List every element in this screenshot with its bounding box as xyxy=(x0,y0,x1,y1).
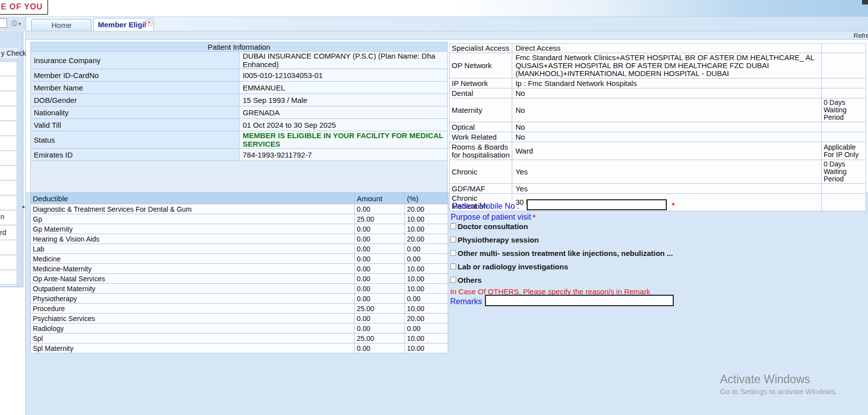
deductible-percent: 10.00 xyxy=(405,224,448,234)
deductible-percent: 10.00 xyxy=(405,284,448,294)
logo-text: E OF YOU xyxy=(1,2,43,11)
deductible-amount: 0.00 xyxy=(355,294,405,304)
deductible-name: Lab xyxy=(31,244,355,254)
table-row: Maternity No 0 Days Waiting Period xyxy=(450,98,866,122)
tab-member-eligibility-label: Member Eligibilit xyxy=(98,20,146,29)
benefit-label: Chronic xyxy=(450,160,512,184)
patient-row-label: Member Name xyxy=(31,82,239,94)
deductible-table: Deductible Amount (%) Diagnostic & Treat… xyxy=(30,192,448,353)
benefit-value: Yes xyxy=(512,160,821,184)
patient-row-label: Status xyxy=(31,131,239,149)
benefit-value: No xyxy=(512,132,821,142)
deductible-percent: 0.00 xyxy=(405,254,448,264)
benefit-value: No xyxy=(512,88,821,98)
deductible-percent: 20.00 xyxy=(405,314,448,324)
table-row: Op Ante-Natal Services 0.00 10.00 xyxy=(31,274,448,284)
purpose-required-marker: * xyxy=(533,213,536,221)
refresh-button[interactable]: Refresh xyxy=(854,32,868,39)
table-row: Chronic Yes 0 Days Waiting Period xyxy=(450,160,866,184)
checkbox-others[interactable] xyxy=(450,277,456,283)
tab-home-label: Home xyxy=(51,21,71,29)
checkbox-doctor-consultation[interactable] xyxy=(450,223,456,229)
benefit-note xyxy=(821,184,866,194)
deductible-percent: 0.00 xyxy=(405,244,448,254)
benefit-label: Specialist Access xyxy=(450,44,512,53)
benefit-note: 0 Days Waiting Period xyxy=(821,160,866,184)
patient-row-value: I005-010-121034053-01 xyxy=(239,69,448,82)
checkbox-physiotherapy-session-label: Physiotherapy session xyxy=(458,236,539,244)
top-banner xyxy=(0,0,868,16)
deductible-name: Radiology xyxy=(31,324,355,333)
deductible-percent: 20.00 xyxy=(405,234,448,244)
sidebar-search-input[interactable] xyxy=(0,18,7,28)
benefit-note: 0 Days Waiting Period xyxy=(821,98,866,122)
table-row: Outpatient Maternity 0.00 10.00 xyxy=(31,284,448,294)
patient-mobile-input[interactable] xyxy=(527,199,667,210)
deductible-name: Spl Maternity xyxy=(31,343,355,353)
table-row: Work Related No xyxy=(450,132,866,142)
window-close-icon[interactable] xyxy=(862,0,868,4)
patient-row-label: Member ID-CardNo xyxy=(31,69,239,82)
deductible-amount: 25.00 xyxy=(355,333,405,343)
patient-row-value: EMMANUEL xyxy=(239,82,448,94)
deductible-name: Outpatient Maternity xyxy=(31,284,355,294)
benefit-label: Work Related xyxy=(450,132,512,142)
table-row: Optical No xyxy=(450,122,866,132)
benefit-note xyxy=(821,122,866,132)
sidebar-item-list[interactable] xyxy=(0,62,16,286)
table-row: OP Network Fmc Standard Network Clinics+… xyxy=(450,53,866,79)
benefit-value: No xyxy=(512,122,821,132)
table-row: Lab 0.00 0.00 xyxy=(31,244,448,254)
deductible-percent: 10.00 xyxy=(405,214,448,224)
tab-close-icon[interactable]: × xyxy=(146,19,153,26)
table-row: Medicine 0.00 0.00 xyxy=(31,254,448,264)
table-row: Procedure 25.00 10.00 xyxy=(31,304,448,314)
tab-member-eligibility[interactable]: Member Eligibilit × xyxy=(93,18,154,31)
checkbox-physiotherapy-session[interactable] xyxy=(450,237,456,243)
settings-menu-button[interactable]: ⚙ ▾ xyxy=(10,17,24,30)
table-row: Hearing & Vision Aids 0.00 20.00 xyxy=(31,234,448,244)
checkbox-other-multi-session[interactable] xyxy=(450,250,456,256)
table-row: Psychiatric Services 0.00 20.00 xyxy=(31,314,448,324)
checkbox-lab-or-radiology[interactable] xyxy=(450,263,456,269)
deductible-name: Gp xyxy=(31,214,355,224)
deductible-name: Diagnostic & Treatment Services For Dent… xyxy=(31,204,355,214)
deductible-header-percent: (%) xyxy=(405,193,448,204)
patient-row-value: 15 Sep 1993 / Male xyxy=(239,94,448,106)
benefit-label: GDF/MAF xyxy=(450,184,512,194)
medical-staff-photo xyxy=(539,0,669,16)
member-eligibility-screen: E OF YOU ⚙ ▾ Home Member Eligibilit × Re… xyxy=(0,0,868,415)
sidebar-item-partial-2[interactable]: rd xyxy=(0,229,6,237)
deductible-amount: 25.00 xyxy=(355,214,405,224)
benefit-label: Rooms & Boards for hospitalisation xyxy=(450,142,512,160)
table-row: GDF/MAF Yes xyxy=(450,184,866,194)
table-row: Spl Maternity 0.00 10.00 xyxy=(31,343,448,353)
table-row: Insurance Company DUBAI INSURANCE COMPAN… xyxy=(31,52,448,69)
patient-row-value: DUBAI INSURANCE COMPANY (P.S.C) (Plan Na… xyxy=(239,52,448,69)
benefit-note: Applicable For IP Only xyxy=(821,142,866,160)
table-row: Radiology 0.00 0.00 xyxy=(31,324,448,333)
table-row: Valid Till 01 Oct 2024 to 30 Sep 2025 xyxy=(31,119,448,131)
patient-row-label: Insurance Company xyxy=(31,52,239,69)
table-row: IP Network Ip : Fmc Standard Network Hos… xyxy=(450,79,866,88)
benefit-note xyxy=(821,79,866,88)
benefit-note xyxy=(821,88,866,98)
benefit-label: Dental xyxy=(450,88,512,98)
benefit-label: Optical xyxy=(450,122,512,132)
patient-row-value: GRENADA xyxy=(239,106,448,119)
chevron-down-icon: ▾ xyxy=(18,21,21,26)
table-row: Gp 25.00 10.00 xyxy=(31,214,448,224)
tab-home[interactable]: Home xyxy=(31,19,91,31)
sidebar-collapse-icon[interactable]: ◂ xyxy=(22,204,24,209)
deductible-name: Spl xyxy=(31,333,355,343)
remarks-input[interactable] xyxy=(485,295,674,306)
sidebar-item-partial-1[interactable]: n xyxy=(0,213,4,221)
deductible-header-row: Deductible Amount (%) xyxy=(31,193,448,204)
deductible-name: Gp Maternity xyxy=(31,224,355,234)
table-row: Specialist Access Direct Access xyxy=(450,44,866,53)
deductible-percent: 20.00 xyxy=(405,204,448,214)
table-row: Spl 25.00 10.00 xyxy=(31,333,448,343)
deductible-amount: 0.00 xyxy=(355,264,405,274)
table-row: Rooms & Boards for hospitalisation Ward … xyxy=(450,142,866,160)
deductible-name: Psychiatric Services xyxy=(31,314,355,324)
